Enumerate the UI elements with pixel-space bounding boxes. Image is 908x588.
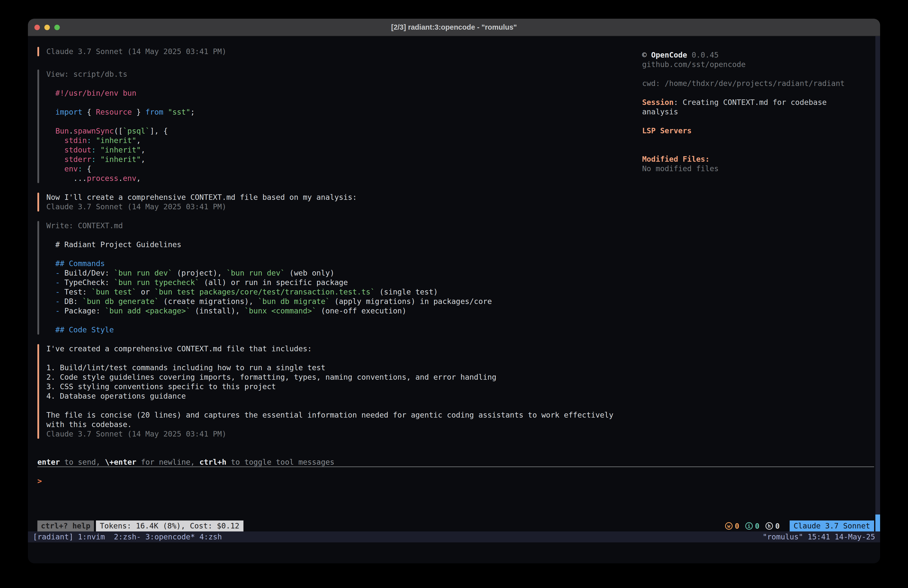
text-segment: OpenCode (651, 51, 687, 59)
text-segment: Resource (96, 108, 132, 116)
titlebar[interactable]: [2/3] radiant:3:opencode - "romulus" (28, 19, 880, 36)
text-segment: (apply migrations) in packages/core (330, 297, 492, 306)
help-shortcut-badge[interactable]: ctrl+? help (37, 520, 94, 532)
text-segment: \+enter (105, 458, 136, 466)
text-segment: , (136, 136, 141, 145)
tool-accent-bar (37, 69, 39, 183)
text-line: LSP Servers (642, 126, 876, 135)
text-segment: . (118, 174, 123, 183)
text-line: # Radiant Project Guidelines (46, 240, 492, 250)
tmux-window-4[interactable]: 4:zsh (195, 532, 222, 541)
text-segment: for newline, (136, 458, 200, 466)
text-line (46, 354, 613, 363)
text-line: 1. Build/lint/test commands including ho… (46, 363, 613, 372)
model-badge[interactable]: Claude 3.7 Sonnet (790, 520, 874, 532)
text-segment (46, 127, 55, 135)
text-segment: { (82, 108, 96, 116)
scrollbar-track[interactable] (875, 36, 880, 532)
text-line: analysis (642, 107, 876, 117)
text-segment: Now I'll create a comprehensive CONTEXT.… (46, 193, 357, 201)
text-line: No modified files (642, 164, 876, 173)
text-segment: cwd: /home/thdxr/dev/projects/radiant/ra… (642, 79, 845, 88)
text-segment (46, 278, 55, 287)
text-line: enter to send, \+enter for newline, ctrl… (37, 458, 334, 467)
text-segment: stderr (64, 155, 91, 164)
text-segment: } (132, 108, 145, 116)
text-line: 2. Code style guidelines covering import… (46, 372, 613, 382)
text-segment: LSP Servers (642, 126, 692, 135)
text-segment (46, 164, 64, 173)
prompt-input[interactable]: > (37, 476, 42, 486)
text-segment: (single test) (375, 288, 438, 296)
text-segment: env (64, 164, 78, 173)
tmux-window-2[interactable]: 2:zsh- (105, 532, 141, 541)
tool-write-block: Write: CONTEXT.md # Radiant Project Guid… (37, 221, 630, 335)
text-segment (46, 288, 55, 296)
text-line: - Test: `bun test` or `bun test packages… (46, 287, 492, 297)
text-segment: `bun run dev` (114, 269, 172, 277)
text-line (642, 145, 876, 155)
text-segment: - (55, 306, 64, 315)
text-line: - Package: `bun add <package>` (install)… (46, 306, 492, 316)
text-segment: Write: CONTEXT.md (46, 221, 123, 230)
text-line (46, 79, 195, 89)
text-segment: - (55, 269, 64, 277)
diagnostics: w 0 i 0 h 0 (725, 522, 783, 530)
text-segment: `bun run typecheck` (114, 278, 200, 287)
text-segment: spawnSync (73, 127, 114, 135)
text-line: - Build/Dev: `bun run dev` (project), `b… (46, 268, 492, 278)
text-line (642, 69, 876, 79)
text-segment: : (87, 136, 92, 145)
info-icon: i (745, 522, 753, 530)
text-segment: . (69, 127, 73, 135)
text-line (46, 230, 492, 240)
text-segment: or (136, 288, 154, 296)
text-line: Modified Files: (642, 155, 876, 164)
message-lines: I've created a comprehensive CONTEXT.md … (46, 344, 613, 439)
tmux-window-1[interactable]: 1:nvim (74, 532, 105, 541)
text-segment (46, 306, 55, 315)
text-segment: Modified Files: (642, 155, 710, 163)
text-line: © OpenCode 0.0.45 (642, 50, 876, 60)
text-segment: Claude 3.7 Sonnet (14 May 2025 03:41 PM) (46, 47, 226, 56)
text-segment: , (136, 174, 141, 183)
text-segment: : (78, 164, 82, 173)
chat-transcript[interactable]: Claude 3.7 Sonnet (14 May 2025 03:41 PM)… (37, 47, 630, 448)
warnings-counter: w 0 (725, 522, 739, 530)
tool-accent-bar (37, 221, 39, 335)
hint-icon: h (765, 522, 773, 530)
text-segment: 0.0.45 (687, 51, 719, 59)
assistant-message-block: Now I'll create a comprehensive CONTEXT.… (37, 193, 630, 211)
text-segment: ; (190, 108, 195, 116)
tool-view-block: View: script/db.ts #!/usr/bin/env bun im… (37, 69, 630, 183)
text-line: ## Commands (46, 259, 492, 268)
text-segment (96, 145, 100, 154)
info-count: 0 (755, 522, 760, 530)
status-left: ctrl+? help Tokens: 16.4K (8%), Cost: $0… (37, 520, 243, 532)
tmux-window-3[interactable]: 3:opencode* (141, 532, 195, 541)
text-segment: 1. Build/lint/test commands including ho… (46, 363, 325, 372)
text-segment: { (82, 164, 92, 173)
text-segment: ], { (150, 127, 168, 135)
text-segment: Session (642, 98, 673, 106)
text-segment: (project), (172, 269, 227, 277)
text-line: ...process.env, (46, 174, 195, 183)
text-segment: "sst" (168, 108, 190, 116)
warning-icon: w (725, 522, 733, 530)
scrollbar-thumb[interactable] (875, 514, 880, 532)
assistant-summary-block: I've created a comprehensive CONTEXT.md … (37, 344, 630, 439)
warning-count: 0 (735, 522, 739, 530)
text-segment (46, 155, 64, 164)
text-line: github.com/sst/opencode (642, 60, 876, 69)
text-segment: # Radiant Project Guidelines (46, 240, 181, 249)
text-segment: stdout (64, 145, 91, 154)
text-segment: "inherit" (96, 136, 137, 145)
text-segment (46, 136, 64, 145)
text-segment: , (141, 155, 145, 164)
text-line: #!/usr/bin/env bun (46, 89, 195, 98)
input-separator (37, 466, 874, 467)
tmux-status-bar: [radiant] 1:nvim 2:zsh- 3:opencode* 4:zs… (28, 532, 880, 543)
text-line: 4. Database operations guidance (46, 391, 613, 401)
text-segment: ## Commands (46, 259, 105, 268)
text-segment: No modified files (642, 164, 719, 173)
